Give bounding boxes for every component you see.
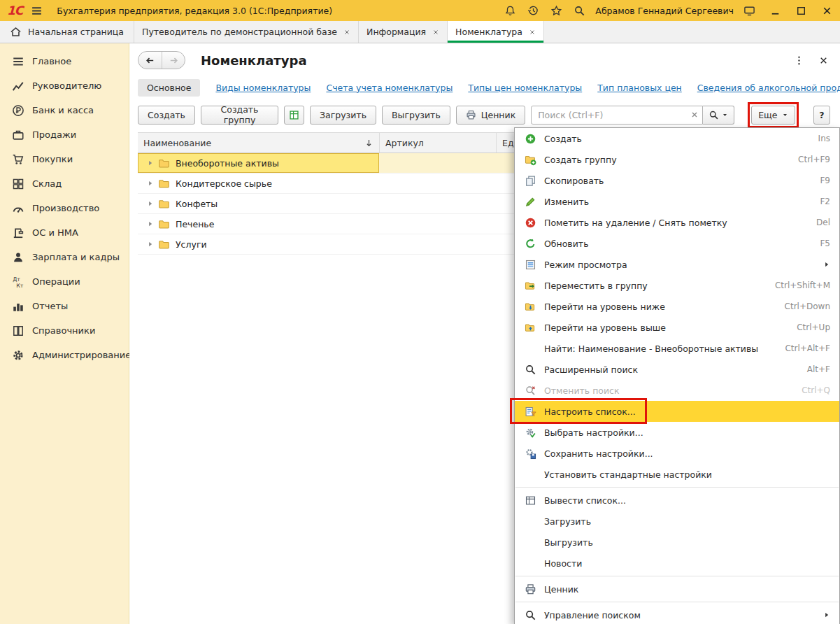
expand-icon[interactable] [147,200,154,207]
sidebar-item[interactable]: Покупки [0,147,129,171]
menu-item[interactable]: Перейти на уровень нижеCtrl+Down [515,296,839,317]
nav-link[interactable]: Сведения об алкогольной продукции [697,83,840,93]
column-header-name[interactable]: Наименование [138,133,379,153]
menu-item[interactable]: Расширенный поискAlt+F [515,359,839,380]
menu-separator [515,602,839,602]
menu-item[interactable]: ОбновитьF5 [515,233,839,254]
menu-item[interactable]: Загрузить [515,511,839,532]
name-cell: Услуги [138,234,379,254]
menu-item[interactable]: Пометить на удаление / Снять пометкуDel [515,212,839,233]
column-header-article[interactable]: Артикул [379,133,496,153]
star-icon[interactable] [550,5,562,17]
create-button[interactable]: Создать [138,106,195,125]
form-options-icon[interactable] [794,55,804,66]
load-from-spreadsheet-button[interactable] [284,106,304,125]
warehouse-icon [12,178,24,190]
folder-icon [158,198,170,210]
current-user[interactable]: Абрамов Геннадий Сергеевич [595,6,734,16]
menu-item[interactable]: ИзменитьF2 [515,191,839,212]
sidebar-item[interactable]: Руководителю [0,73,129,98]
tab-3[interactable]: Номенклатура [448,21,544,43]
tab-main[interactable]: Основное [138,79,200,97]
tab-label: Информация [366,27,426,37]
close-form-icon[interactable] [818,55,829,66]
sidebar-item[interactable]: Зарплата и кадры [0,245,129,269]
tab-close-icon[interactable] [529,29,536,36]
maximize-icon[interactable] [795,5,807,17]
menu-item[interactable]: Вывести список... [515,490,839,511]
minimize-icon[interactable] [769,5,781,17]
history-icon[interactable] [527,5,539,17]
sidebar-item-label: Продажи [32,129,76,140]
menu-item[interactable]: Отменить поискCtrl+Q [515,380,839,401]
menu-item[interactable]: Переместить в группуCtrl+Shift+M [515,275,839,296]
menu-item[interactable]: Выбрать настройки... [515,422,839,443]
menu-item[interactable]: Управление поиском [515,604,839,624]
search-button[interactable] [703,106,734,125]
menu-item-label: Отменить поиск [544,385,789,396]
nav-link[interactable]: Типы цен номенклатуры [468,83,582,93]
menu-item[interactable]: Ценник [515,579,839,600]
expand-icon[interactable] [147,180,154,187]
sidebar-item[interactable]: Справочники [0,318,129,343]
search-input[interactable] [531,106,703,125]
close-icon[interactable] [821,5,833,17]
main-menu-icon[interactable] [31,5,43,17]
sidebar-item[interactable]: Администрирование [0,343,129,367]
tab-close-icon[interactable] [343,29,350,36]
menu-item[interactable]: Перейти на уровень вышеCtrl+Up [515,317,839,338]
spreadsheet-icon [289,110,299,120]
unload-button[interactable]: Выгрузить [382,106,450,125]
view-mode-icon [525,259,536,271]
menu-item[interactable]: Режим просмотра [515,254,839,275]
sidebar-item[interactable]: Главное [0,49,129,73]
forward-button[interactable] [162,52,185,69]
menu-item[interactable]: Выгрузить [515,532,839,553]
expand-icon[interactable] [147,220,154,227]
sidebar-item[interactable]: Продажи [0,122,129,147]
nav-link[interactable]: Тип плановых цен [597,83,682,93]
sidebar-item[interactable]: Банк и касса [0,98,129,122]
nav-link[interactable]: Виды номенклатуры [215,83,311,93]
menu-item[interactable]: Создать группуCtrl+F9 [515,149,839,170]
home-tab-label: Начальная страница [28,27,124,37]
sidebar-item[interactable]: Производство [0,196,129,220]
sidebar-item[interactable]: Отчеты [0,294,129,318]
more-button[interactable]: Еще [751,106,795,125]
tab-1[interactable]: Путеводитель по демонстрационной базе [134,21,359,43]
help-button[interactable]: ? [813,106,830,125]
search-icon[interactable] [574,5,585,17]
expand-icon[interactable] [147,159,154,166]
menu-item[interactable]: Найти: Наименование - Внеоборотные актив… [515,338,839,359]
more-menu: СоздатьInsСоздать группуCtrl+F9Скопирова… [514,127,840,624]
load-button[interactable]: Загрузить [310,106,376,125]
tab-close-icon[interactable] [432,29,439,36]
expand-icon[interactable] [147,241,154,248]
back-button[interactable] [138,52,162,69]
sidebar-item[interactable]: ОС и НМА [0,220,129,245]
sidebar-item[interactable]: ДтКтОперации [0,269,129,294]
menu-item[interactable]: СоздатьIns [515,128,839,149]
save-settings-icon [525,448,536,460]
bell-icon[interactable] [504,5,516,17]
clear-search-icon[interactable] [690,111,699,119]
create-group-button[interactable]: Создать группу [201,106,278,125]
assets-icon [12,227,24,239]
tab-2[interactable]: Информация [359,21,448,43]
refresh-icon [525,238,536,250]
open-tabs: Путеводитель по демонстрационной базеИнф… [134,21,544,43]
sidebar-item[interactable]: Склад [0,171,129,196]
toolbar: Создать Создать группу Загрузить Выгрузи… [138,104,840,125]
name-cell: Внеоборотные активы [138,153,379,173]
connection-icon[interactable] [743,5,755,17]
menu-item[interactable]: Настроить список... [515,401,839,422]
back-arrow-icon [145,55,155,66]
menu-item[interactable]: Установить стандартные настройки [515,464,839,485]
price-tag-button[interactable]: Ценник [456,106,525,125]
menu-item[interactable]: Сохранить настройки... [515,443,839,464]
nav-link[interactable]: Счета учета номенклатуры [326,83,453,93]
menu-item-label: Изменить [544,197,807,207]
menu-item[interactable]: Новости [515,553,839,574]
home-tab[interactable]: Начальная страница [0,21,134,43]
menu-item[interactable]: СкопироватьF9 [515,170,839,191]
